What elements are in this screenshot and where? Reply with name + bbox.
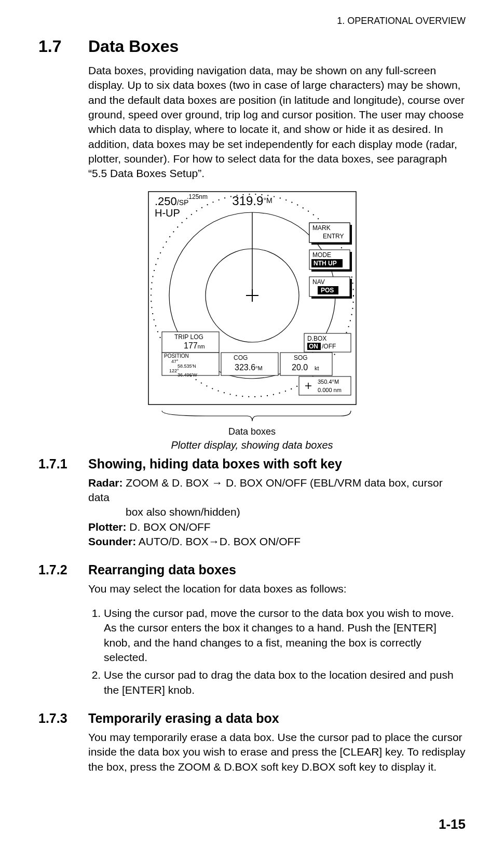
svg-text:350.4°M: 350.4°M [318, 379, 339, 385]
subsection-173-number: 1.7.3 [38, 711, 88, 726]
svg-text:ENTRY: ENTRY [323, 233, 344, 240]
subsection-171-number: 1.7.1 [38, 456, 88, 472]
section-title: Data Boxes [88, 37, 179, 56]
softkey-mode: MODE NTH UP [309, 250, 352, 272]
subsection-172-number: 1.7.2 [38, 562, 88, 577]
softkey-nav: NAV POS [309, 277, 352, 299]
radar-line-cont: box also shown/hidden) [126, 505, 466, 519]
section-number: 1.7 [38, 37, 88, 56]
box-triplog: TRIP LOG 177nm [162, 332, 219, 353]
box-cursor: 350.4°M 0.000 nm [299, 376, 351, 395]
svg-text:D.BOX: D.BOX [307, 335, 326, 342]
svg-text:NAV: NAV [312, 278, 325, 286]
subsection-172-intro: You may select the location for data box… [88, 582, 466, 596]
svg-text:36.496'W: 36.496'W [178, 372, 197, 378]
svg-text:COG: COG [234, 354, 248, 361]
running-head: 1. OPERATIONAL OVERVIEW [38, 16, 466, 26]
step-1: Using the cursor pad, move the cursor to… [104, 606, 466, 665]
svg-text:NTH UP: NTH UP [314, 260, 337, 267]
svg-text:20.0: 20.0 [292, 363, 308, 372]
svg-text:POS: POS [321, 287, 334, 294]
page-number: 1-15 [439, 816, 466, 832]
svg-text:ON: ON [309, 343, 318, 350]
box-cog: COG 323.6°M [221, 353, 278, 375]
plotter-figure: .250/SP .125nm H-UP 319.9°M MARK ENTRY M… [143, 186, 361, 425]
svg-text:TRIP LOG: TRIP LOG [174, 333, 203, 341]
sounder-line: Sounder: AUTO/D. BOX→D. BOX ON/OFF [88, 534, 466, 549]
svg-text:MODE: MODE [312, 251, 331, 259]
figure-caption: Plotter display, showing data boxes [38, 439, 466, 451]
svg-text:58.535'N: 58.535'N [178, 364, 196, 369]
svg-text:0.000 nm: 0.000 nm [318, 387, 342, 393]
box-sog: SOG 20.0 kt [280, 353, 332, 375]
svg-text:kt: kt [315, 365, 319, 371]
svg-text:POSITION: POSITION [164, 353, 189, 359]
radar-line: Radar: ZOOM & D. BOX → D. BOX ON/OFF (EB… [88, 476, 466, 505]
box-position: POSITION 47° 58.535'N 122° 36.496'W [162, 353, 219, 378]
subsection-172-title: Rearranging data boxes [88, 562, 236, 577]
section-paragraph: Data boxes, providing navigation data, m… [88, 63, 466, 181]
svg-text:MARK: MARK [312, 224, 331, 232]
plotter-line: Plotter: D. BOX ON/OFF [88, 520, 466, 534]
subsection-173-paragraph: You may temporarily erase a data box. Us… [88, 730, 466, 774]
softkey-mark-entry: MARK ENTRY [309, 223, 352, 245]
svg-text:.125nm: .125nm [187, 193, 208, 200]
subsection-171-title: Showing, hiding data boxes with soft key [88, 456, 342, 472]
softkey-dbox: D.BOX ON /OFF [304, 333, 351, 352]
svg-text:/OFF: /OFF [322, 343, 336, 350]
svg-text:H-UP: H-UP [155, 207, 180, 219]
svg-text:SOG: SOG [294, 354, 308, 361]
subsection-173-title: Temporarily erasing a data box [88, 711, 279, 726]
step-2: Use the cursor pad to drag the data box … [104, 668, 466, 697]
steps-list: Using the cursor pad, move the cursor to… [88, 606, 466, 697]
figure-brace-label: Data boxes [38, 426, 466, 437]
